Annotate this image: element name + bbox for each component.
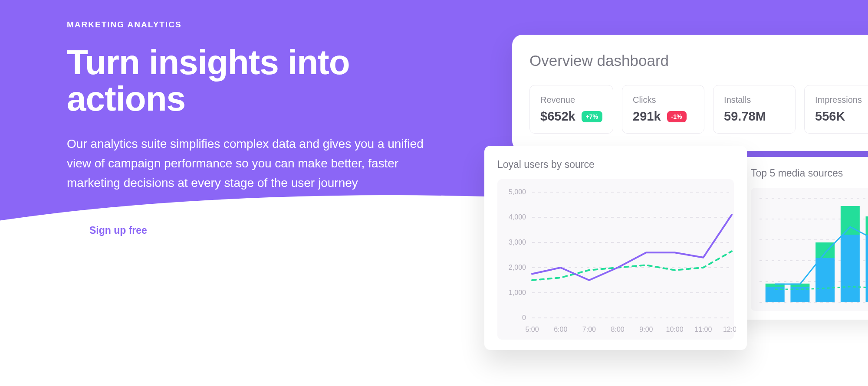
card-title: Loyal users by source — [497, 159, 734, 170]
svg-text:2,000: 2,000 — [509, 264, 526, 271]
trend-up-badge: +7% — [582, 111, 602, 122]
top-media-sources-card: Top 5 media sources — [738, 157, 868, 320]
bar-chart-svg — [755, 194, 868, 307]
stat-label: Revenue — [540, 95, 602, 105]
svg-text:7:00: 7:00 — [582, 326, 596, 333]
svg-text:5:00: 5:00 — [525, 326, 539, 333]
stat-card-impressions: Impressions 556K — [804, 85, 868, 134]
page-subhead: Our analytics suite simplifies complex d… — [67, 134, 444, 193]
stat-value: 59.78M — [724, 109, 766, 124]
svg-text:1,000: 1,000 — [509, 289, 526, 296]
svg-text:11:00: 11:00 — [694, 326, 712, 333]
page-headline: Turn insights into actions — [67, 44, 457, 117]
stat-label: Impressions — [815, 95, 867, 105]
stat-card-clicks: Clicks 291k -1% — [622, 85, 704, 134]
svg-text:10:00: 10:00 — [666, 326, 684, 333]
svg-rect-11 — [815, 242, 835, 258]
svg-text:3,000: 3,000 — [509, 239, 526, 246]
book-demo-link[interactable]: Book a demo → — [195, 223, 272, 238]
stat-card-revenue: Revenue $652k +7% — [529, 85, 613, 134]
stat-value: 291k — [633, 109, 661, 124]
cta-row: Sign up free Book a demo → — [67, 213, 457, 249]
svg-text:0: 0 — [522, 314, 526, 321]
svg-text:4,000: 4,000 — [509, 213, 526, 221]
svg-text:8:00: 8:00 — [611, 326, 625, 333]
line-chart-svg: 01,0002,0003,0004,0005,0005:006:007:008:… — [502, 188, 736, 335]
loyal-users-card: Loyal users by source 01,0002,0003,0004,… — [484, 146, 747, 350]
stat-card-installs: Installs 59.78M — [713, 85, 796, 134]
stat-label: Installs — [724, 95, 785, 105]
svg-rect-12 — [841, 235, 860, 302]
dashboard-title: Overview dashboard — [529, 52, 868, 69]
stat-value: 556K — [815, 109, 845, 124]
card-title: Top 5 media sources — [751, 167, 868, 179]
svg-text:12:00: 12:00 — [723, 326, 736, 333]
svg-rect-14 — [866, 235, 868, 302]
book-demo-label: Book a demo — [195, 223, 257, 235]
trend-down-badge: -1% — [667, 111, 687, 122]
svg-text:5,000: 5,000 — [509, 188, 526, 196]
line-chart: 01,0002,0003,0004,0005,0005:006:007:008:… — [497, 179, 734, 340]
svg-text:6:00: 6:00 — [554, 326, 567, 333]
overview-dashboard-card: Overview dashboard Revenue $652k +7% Cli… — [512, 35, 868, 151]
svg-rect-15 — [866, 216, 868, 235]
arrow-right-icon: → — [262, 223, 272, 235]
hero-text-block: MARKETING ANALYTICS Turn insights into a… — [67, 20, 457, 249]
stat-value: $652k — [540, 109, 575, 124]
svg-text:9:00: 9:00 — [639, 326, 653, 333]
eyebrow-label: MARKETING ANALYTICS — [67, 20, 457, 29]
stat-label: Clicks — [633, 95, 694, 105]
svg-rect-10 — [815, 258, 835, 302]
bar-chart — [751, 188, 868, 311]
stat-cards-row: Revenue $652k +7% Clicks 291k -1% Instal… — [529, 85, 868, 134]
signup-free-button[interactable]: Sign up free — [67, 213, 170, 249]
